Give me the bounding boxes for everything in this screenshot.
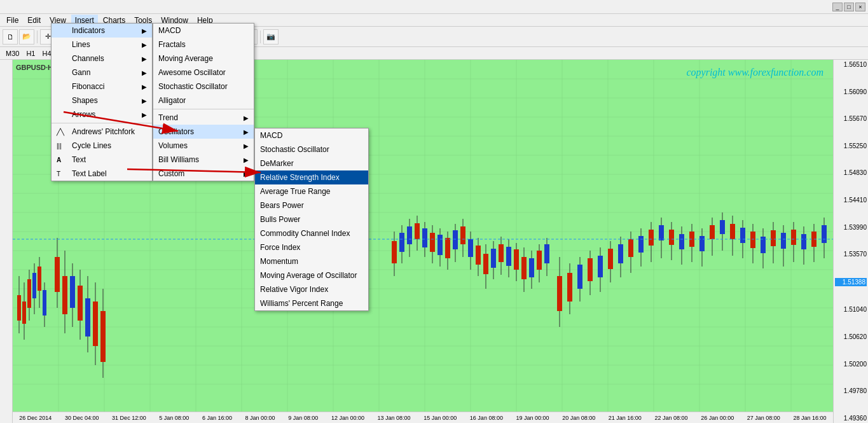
svg-rect-81 (468, 239, 473, 257)
time-4: 5 Jan 08:00 (159, 415, 189, 421)
minimize-button[interactable]: _ (832, 3, 843, 11)
price-4: 1.55250 (835, 142, 867, 149)
submenu-arrow-lines: ▶ (142, 41, 147, 48)
submenu-arrow-volumes: ▶ (244, 142, 249, 149)
menu-custom[interactable]: Custom ▶ (153, 167, 254, 181)
menu-text-label[interactable]: T Text Label (52, 167, 152, 181)
svg-rect-105 (567, 273, 572, 302)
menu-fractals[interactable]: Fractals (153, 38, 254, 52)
menu-momentum[interactable]: Momentum (255, 254, 368, 268)
svg-rect-93 (514, 249, 519, 270)
menu-lines[interactable]: Lines ▶ (52, 38, 152, 52)
window-controls[interactable]: _ □ × (832, 3, 865, 11)
svg-rect-125 (669, 230, 674, 245)
svg-rect-97 (529, 258, 534, 277)
menu-awesome-oscillator[interactable]: Awesome Oscillator (153, 66, 254, 80)
menu-volumes[interactable]: Volumes ▶ (153, 139, 254, 153)
menu-osc-demarker[interactable]: DeMarker (255, 156, 368, 170)
svg-rect-35 (17, 295, 21, 321)
menu-atr[interactable]: Average True Range (255, 184, 368, 198)
menu-bill-williams[interactable]: Bill Williams ▶ (153, 153, 254, 167)
menu-file[interactable]: File (3, 15, 22, 26)
menu-osc-stochastic[interactable]: Stochastic Oscillator (255, 142, 368, 156)
svg-rect-119 (638, 236, 644, 253)
menu-bulls-power[interactable]: Bulls Power (255, 212, 368, 226)
menu-trend[interactable]: Trend ▶ (153, 111, 254, 125)
menu-alligator[interactable]: Alligator (153, 94, 254, 107)
new-chart-button[interactable]: 🗋 (3, 29, 18, 45)
time-14: 21 Jan 16:00 (609, 415, 642, 421)
pitchfork-icon: ╱╲ (57, 128, 69, 135)
svg-rect-45 (43, 290, 46, 316)
indicators-submenu: MACD Fractals Moving Average Awesome Osc… (153, 23, 254, 181)
menu-indicators[interactable]: Indicators ▶ (52, 24, 152, 38)
time-3: 31 Dec 12:00 (112, 415, 146, 421)
toolbar-separator-6 (260, 31, 261, 43)
screenshot-button[interactable]: 📷 (263, 29, 279, 45)
svg-rect-67 (415, 223, 420, 239)
price-1: 1.56510 (835, 61, 867, 68)
svg-rect-145 (771, 230, 776, 246)
price-12: 1.49780 (835, 387, 867, 394)
menu-force-index[interactable]: Force Index (255, 240, 368, 254)
copyright-text: copyright www.forexfunction.com (686, 67, 823, 78)
menu-cycle-lines[interactable]: ||| Cycle Lines (52, 139, 152, 153)
svg-rect-123 (659, 225, 664, 240)
menu-rsi[interactable]: Relative Strength Index (255, 170, 368, 184)
submenu-arrow-shapes: ▶ (142, 97, 147, 104)
menu-osc-macd[interactable]: MACD (255, 128, 368, 142)
cyclelines-icon: ||| (57, 142, 69, 149)
svg-rect-79 (460, 226, 465, 244)
submenu-arrow-oscillators: ▶ (244, 128, 249, 135)
menu-moving-average[interactable]: Moving Average (153, 52, 254, 66)
tf-m30[interactable]: M30 (3, 49, 22, 58)
submenu-arrow-bill: ▶ (244, 156, 249, 163)
submenu-arrow-arrows: ▶ (142, 111, 147, 118)
menu-oscillators[interactable]: Oscillators ▶ (153, 125, 254, 139)
menu-fibonacci[interactable]: Fibonacci ▶ (52, 80, 152, 94)
menu-williams[interactable]: Williams' Percent Range (255, 296, 368, 310)
price-7: 1.53990 (835, 224, 867, 231)
menu-andrews-pitchfork[interactable]: ╱╲ Andrews' Pitchfork (52, 125, 152, 139)
price-5: 1.54830 (835, 169, 867, 176)
time-17: 27 Jan 08:00 (747, 415, 780, 421)
tf-h1[interactable]: H1 (23, 49, 38, 58)
time-1: 26 Dec 2014 (19, 415, 52, 421)
menu-text[interactable]: A Text (52, 153, 152, 167)
menu-bears-power[interactable]: Bears Power (255, 198, 368, 212)
menu-shapes[interactable]: Shapes ▶ (52, 94, 152, 107)
svg-rect-83 (476, 246, 481, 265)
close-button[interactable]: × (855, 3, 865, 11)
menu-stochastic-oscillator[interactable]: Stochastic Oscillator (153, 80, 254, 94)
svg-rect-149 (791, 230, 796, 245)
current-price: 1.51388 (835, 278, 867, 286)
time-2: 30 Dec 04:00 (65, 415, 99, 421)
time-7: 9 Jan 08:00 (288, 415, 318, 421)
menu-edit[interactable]: Edit (24, 15, 45, 26)
svg-rect-37 (22, 302, 26, 324)
time-8: 12 Jan 00:00 (331, 415, 364, 421)
price-11: 1.50200 (835, 361, 867, 368)
textlabel-icon: T (57, 170, 69, 177)
menu-rvi[interactable]: Relative Vigor Index (255, 282, 368, 296)
menu-macd-oscillator[interactable]: Moving Average of Oscillator (255, 268, 368, 282)
price-10: 1.50620 (835, 333, 867, 340)
time-11: 16 Jan 08:00 (470, 415, 503, 421)
svg-rect-49 (62, 276, 67, 314)
menu-cci[interactable]: Commodity Channel Index (255, 226, 368, 240)
menu-channels[interactable]: Channels ▶ (52, 52, 152, 66)
time-9: 13 Jan 08:00 (378, 415, 411, 421)
maximize-button[interactable]: □ (844, 3, 854, 11)
submenu-arrow-channels: ▶ (142, 55, 147, 62)
menu-macd[interactable]: MACD (153, 24, 254, 38)
svg-rect-111 (598, 256, 603, 277)
submenu-arrow-custom: ▶ (244, 170, 249, 177)
open-button[interactable]: 📂 (19, 29, 34, 45)
menu-arrows[interactable]: Arrows ▶ (52, 107, 152, 121)
svg-rect-87 (491, 249, 496, 268)
price-13: 1.49360 (835, 415, 867, 422)
svg-rect-53 (78, 286, 83, 321)
oscillators-submenu: MACD Stochastic Oscillator DeMarker Rela… (254, 128, 369, 311)
menu-gann[interactable]: Gann ▶ (52, 66, 152, 80)
time-12: 19 Jan 00:00 (516, 415, 549, 421)
